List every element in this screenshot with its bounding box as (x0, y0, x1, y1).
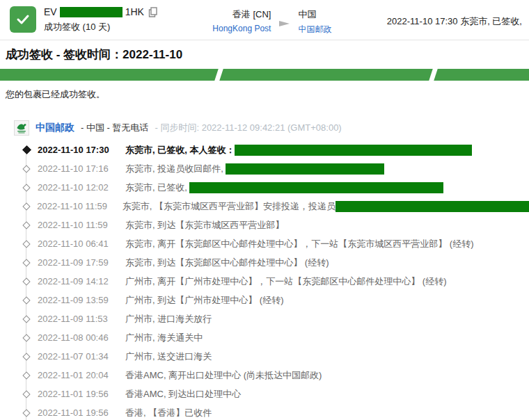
copy-icon[interactable] (148, 7, 157, 17)
event-time: 2022-11-09 14:12 (38, 276, 114, 286)
timeline-diamond-icon (19, 241, 33, 247)
event-content: 广州市, 离开【广州市处理中心】，下一站【东莞邮区中心邮件处理中心】 (经转) (125, 275, 447, 288)
timeline-event-row: 2022-11-10 11:59 东莞市, 【东莞市城区西平营业部】安排投递，投… (0, 197, 529, 216)
event-content: 香港AMC, 到达出口处理中心 (125, 388, 241, 401)
event-description: 东莞市, 到达【东莞邮区中心邮件处理中心】 (经转) (125, 257, 329, 269)
event-time: 2022-11-09 17:59 (38, 257, 114, 268)
redacted-content (189, 182, 443, 193)
china-post-logo (14, 120, 29, 136)
latest-event-summary: 2022-11-10 17:30 东莞市, 已签收, (387, 15, 522, 40)
event-time: 2022-11-10 17:30 (38, 145, 114, 155)
timeline-event-row: 2022-11-09 13:59 广州市, 到达【广州市处理中心】 (经转) (0, 291, 529, 309)
event-time: 2022-11-08 00:46 (38, 332, 114, 343)
destination-name: 中国 (298, 8, 331, 21)
event-content: 广州市, 进口海关放行 (125, 313, 212, 325)
status-summary: 成功签收 (10 天) (44, 21, 157, 33)
delivery-message: 您的包裹已经成功签收。 (6, 88, 523, 101)
event-time: 2022-11-09 11:53 (38, 314, 114, 324)
event-content: 东莞市, 已签收, 本人签收： (125, 144, 472, 156)
timeline-diamond-icon (19, 354, 33, 360)
origin-carrier-link[interactable]: HongKong Post (212, 24, 271, 33)
event-content: 东莞市, 到达【东莞邮区中心邮件处理中心】 (经转) (125, 257, 329, 269)
event-content: 东莞市, 离开【东莞邮区中心邮件处理中心】，下一站【东莞市城区西平营业部】 (经… (125, 238, 474, 250)
event-time: 2022-11-10 12:02 (38, 182, 114, 193)
timeline-event-row: 2022-11-01 19:56 香港, 【香港】已收件 (0, 403, 529, 420)
event-description: 广州市, 海关通关中 (125, 332, 203, 344)
header-left: EV1HK 成功签收 (10 天) (10, 6, 157, 40)
event-description: 东莞市, 已签收, (125, 181, 189, 194)
progress-segment-divider (429, 69, 439, 81)
carrier-link[interactable]: 中国邮政 (35, 122, 74, 134)
event-content: 香港AMC, 离开出口处理中心 (尚未抵达中国邮政) (125, 369, 322, 382)
check-icon (15, 12, 31, 27)
destination-carrier-link[interactable]: 中国邮政 (298, 24, 331, 35)
event-description: 香港AMC, 到达出口处理中心 (125, 388, 241, 401)
event-time: 2022-11-01 19:56 (38, 389, 114, 399)
timeline-diamond-icon (19, 298, 33, 303)
route-destination: 中国 中国邮政 (298, 8, 331, 40)
timeline-event-row: 2022-11-08 00:46 广州市, 海关通关中 (0, 328, 529, 347)
event-description: 香港, 【香港】已收件 (125, 407, 212, 419)
timeline-event-row: 2022-11-10 17:16 东莞市, 投递员收回邮件, (0, 159, 529, 178)
timeline-diamond-icon (19, 223, 33, 228)
timeline-event-row: 2022-11-01 20:04 香港AMC, 离开出口处理中心 (尚未抵达中国… (0, 366, 529, 385)
event-description: 东莞市, 【东莞市城区西平营业部】安排投递，投递员 (123, 200, 335, 213)
timeline-event-row: 2022-11-10 12:02 东莞市, 已签收, (0, 178, 529, 197)
timeline-event-row: 2022-11-09 17:59 东莞市, 到达【东莞邮区中心邮件处理中心】 (… (0, 253, 529, 272)
progress-bar (0, 69, 529, 81)
event-description: 东莞市, 到达【东莞市城区西平营业部】 (125, 219, 284, 232)
progress-segment-divider (214, 69, 224, 81)
route: 香港 [CN] HongKong Post 中国 中国邮政 (212, 8, 331, 40)
timeline-diamond-icon (19, 166, 33, 172)
timeline-diamond-icon (19, 260, 33, 266)
delivered-check-icon (10, 6, 36, 33)
timeline-diamond-icon (19, 204, 33, 209)
tracking-page: EV1HK 成功签收 (10 天) 香港 [CN] HongKong Post (0, 0, 529, 420)
timeline-event-row: 2022-11-10 11:59 东莞市, 到达【东莞市城区西平营业部】 (0, 216, 529, 234)
event-content: 广州市, 海关通关中 (125, 332, 203, 344)
tracking-number: EV1HK (44, 6, 157, 17)
event-description: 东莞市, 已签收, 本人签收： (125, 144, 235, 156)
timeline-diamond-icon (19, 391, 33, 397)
event-content: 广州市, 到达【广州市处理中心】 (经转) (125, 294, 284, 307)
timeline-event-row: 2022-11-01 19:56 香港AMC, 到达出口处理中心 (0, 385, 529, 403)
redacted-content (335, 201, 529, 212)
timeline-event-row: 2022-11-09 14:12 广州市, 离开【广州市处理中心】，下一站【东莞… (0, 272, 529, 291)
route-origin: 香港 [CN] HongKong Post (212, 8, 271, 40)
carrier-meta: - 中国 - 暂无电话 (81, 122, 149, 134)
event-time: 2022-11-10 11:59 (38, 220, 114, 230)
event-description: 广州市, 进口海关放行 (125, 313, 212, 325)
arrow-right-icon (279, 21, 290, 26)
timeline-diamond-icon (19, 335, 33, 341)
event-time: 2022-11-01 20:04 (38, 370, 114, 380)
timeline-diamond-icon (19, 373, 33, 378)
event-description: 广州市, 到达【广州市处理中心】 (经转) (125, 294, 284, 307)
tracking-number-suffix: 1HK (125, 6, 144, 17)
event-content: 香港, 【香港】已收件 (125, 407, 212, 419)
timeline-event-row: 2022-11-10 06:41 东莞市, 离开【东莞邮区中心邮件处理中心】，下… (0, 234, 529, 253)
header-left-text: EV1HK 成功签收 (10 天) (44, 6, 157, 40)
event-time: 2022-11-10 17:16 (38, 163, 114, 174)
timeline-diamond-icon (19, 316, 33, 322)
timeline-diamond-icon (19, 147, 33, 153)
event-time: 2022-11-10 11:59 (37, 201, 111, 211)
tracking-number-prefix: EV (44, 6, 57, 17)
header: EV1HK 成功签收 (10 天) 香港 [CN] HongKong Post (0, 0, 529, 40)
event-time: 2022-11-01 19:56 (38, 407, 114, 418)
event-content: 东莞市, 投递员收回邮件, (125, 163, 384, 175)
timeline-diamond-icon (19, 410, 33, 416)
event-description: 东莞市, 离开【东莞邮区中心邮件处理中心】，下一站【东莞市城区西平营业部】 (经… (125, 238, 474, 250)
timeline-event-row: 2022-11-07 01:34 广州市, 送交进口海关 (0, 347, 529, 366)
carrier-row: 中国邮政 - 中国 - 暂无电话 - 同步时间: 2022-11-12 09:4… (14, 120, 529, 136)
redacted-content (226, 163, 384, 175)
event-content: 东莞市, 到达【东莞市城区西平营业部】 (125, 219, 284, 232)
origin-name: 香港 [CN] (212, 8, 271, 21)
timeline-diamond-icon (19, 279, 33, 284)
timeline-event-row: 2022-11-09 11:53 广州市, 进口海关放行 (0, 309, 529, 328)
sync-time: - 同步时间: 2022-11-12 09:42:21 (GMT+08:00) (155, 122, 342, 134)
timeline-event-row: 2022-11-10 17:30 东莞市, 已签收, 本人签收： (0, 140, 529, 159)
event-content: 东莞市, 【东莞市城区西平营业部】安排投递，投递员 (123, 200, 529, 213)
event-time: 2022-11-07 01:34 (38, 351, 114, 362)
event-description: 东莞市, 投递员收回邮件, (125, 163, 226, 175)
timeline-diamond-icon (19, 185, 33, 191)
